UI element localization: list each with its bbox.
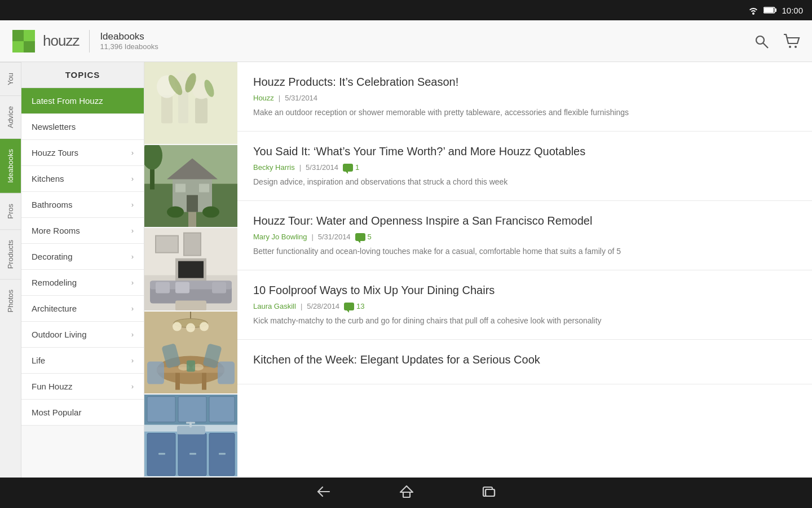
svg-rect-72 xyxy=(189,453,196,454)
sidebar-item-decorating[interactable]: Decorating › xyxy=(21,244,144,270)
comment-icon-3 xyxy=(355,233,365,241)
article-meta-3: Mary Jo Bowling | 5/31/2014 5 xyxy=(253,233,789,241)
search-icon[interactable] xyxy=(753,33,769,49)
sidebar-item-kitchens[interactable]: Kitchens › xyxy=(21,166,144,192)
cart-icon[interactable] xyxy=(783,33,801,49)
app-header: houzz Ideabooks 11,396 Ideabooks xyxy=(0,20,812,62)
article-comments-2: 1 xyxy=(343,163,359,172)
back-button[interactable] xyxy=(316,485,332,500)
meta-sep-4: | xyxy=(301,302,302,310)
sidebar-item-label-kitchens: Kitchens xyxy=(32,174,131,183)
svg-rect-35 xyxy=(156,236,178,253)
houzz-logo-icon xyxy=(11,29,36,54)
recent-apps-button[interactable] xyxy=(482,485,496,500)
svg-point-31 xyxy=(167,207,184,218)
article-desc-4: Kick matchy-matchy to the curb and go fo… xyxy=(253,315,789,327)
article-meta-4: Laura Gaskill | 5/28/2014 13 xyxy=(253,302,789,310)
sidebar-item-fun-houzz[interactable]: Fun Houzz › xyxy=(21,374,144,400)
article-item-1[interactable]: Houzz Products: It’s Celebration Season!… xyxy=(237,62,812,132)
chevron-icon-houzz-tours: › xyxy=(131,148,134,157)
chevron-icon-life: › xyxy=(131,356,134,365)
sidebar-item-life[interactable]: Life › xyxy=(21,348,144,374)
chevron-icon-more-rooms: › xyxy=(131,226,134,235)
thumbnail-5 xyxy=(144,395,237,478)
article-author-3: Mary Jo Bowling xyxy=(253,233,307,241)
comment-icon-4 xyxy=(344,303,354,310)
article-date-1: 5/31/2014 xyxy=(285,94,317,102)
sidebar-tab-photos[interactable]: Photos xyxy=(0,279,21,322)
article-thumbnails xyxy=(144,62,237,478)
chevron-icon-kitchens: › xyxy=(131,174,134,183)
sidebar-item-label-most-popular: Most Popular xyxy=(32,408,134,417)
chevron-icon-decorating: › xyxy=(131,252,134,261)
svg-rect-64 xyxy=(147,396,175,422)
sidebar: TOPICS Latest From Houzz Newsletters Hou… xyxy=(21,62,144,478)
sidebar-item-label-architecture: Architecture xyxy=(32,304,131,313)
svg-rect-2 xyxy=(775,8,777,12)
header-divider xyxy=(89,30,90,52)
side-tabs: You Advice Ideabooks Pros Products Photo… xyxy=(0,62,21,478)
sidebar-item-houzz-tours[interactable]: Houzz Tours › xyxy=(21,140,144,166)
article-author-4: Laura Gaskill xyxy=(253,302,296,310)
battery-icon xyxy=(764,6,777,14)
article-meta-1: Houzz | 5/31/2014 xyxy=(253,94,789,102)
sidebar-tab-products[interactable]: Products xyxy=(0,229,21,279)
sidebar-tab-ideabooks[interactable]: Ideabooks xyxy=(0,138,21,193)
home-button[interactable] xyxy=(399,484,414,501)
sidebar-item-outdoor-living[interactable]: Outdoor Living › xyxy=(21,322,144,348)
thumbnail-1 xyxy=(144,62,237,145)
svg-rect-79 xyxy=(403,492,410,497)
main-layout: You Advice Ideabooks Pros Products Photo… xyxy=(0,62,812,478)
status-time: 10:00 xyxy=(782,6,803,15)
svg-rect-36 xyxy=(184,233,201,256)
sidebar-item-bathrooms[interactable]: Bathrooms › xyxy=(21,192,144,218)
article-item-2[interactable]: You Said It: ‘What’s Your Time Worth?’ a… xyxy=(237,132,812,201)
houzz-logo-text: houzz xyxy=(43,32,79,50)
article-title-4: 10 Foolproof Ways to Mix Up Your Dining … xyxy=(253,283,789,297)
logo: houzz xyxy=(11,29,79,54)
svg-point-49 xyxy=(186,323,195,332)
chevron-icon-fun-houzz: › xyxy=(131,382,134,391)
wifi-icon xyxy=(748,6,759,15)
sidebar-item-architecture[interactable]: Architecture › xyxy=(21,296,144,322)
svg-point-48 xyxy=(173,322,182,331)
sidebar-topics-title: TOPICS xyxy=(65,70,100,80)
svg-rect-6 xyxy=(24,41,35,52)
thumbnail-2 xyxy=(144,145,237,228)
svg-rect-27 xyxy=(187,195,198,212)
svg-rect-76 xyxy=(186,422,195,423)
article-date-2: 5/31/2014 xyxy=(306,163,338,172)
sidebar-item-label-fun-houzz: Fun Houzz xyxy=(32,382,131,391)
sidebar-item-more-rooms[interactable]: More Rooms › xyxy=(21,218,144,244)
article-item-5[interactable]: Kitchen of the Week: Elegant Updates for… xyxy=(237,340,812,384)
sidebar-header: TOPICS xyxy=(21,62,144,88)
article-title-5: Kitchen of the Week: Elegant Updates for… xyxy=(253,352,789,367)
article-item-4[interactable]: 10 Foolproof Ways to Mix Up Your Dining … xyxy=(237,270,812,340)
article-date-4: 5/28/2014 xyxy=(307,302,339,310)
sidebar-tab-you[interactable]: You xyxy=(0,62,21,95)
sidebar-tab-advice[interactable]: Advice xyxy=(0,95,21,138)
article-desc-3: Better functionality and ocean-loving to… xyxy=(253,246,789,257)
article-list: Houzz Products: It’s Celebration Season!… xyxy=(237,62,812,478)
sidebar-tab-pros[interactable]: Pros xyxy=(0,193,21,229)
svg-rect-55 xyxy=(147,361,164,384)
svg-rect-41 xyxy=(156,282,170,294)
sidebar-item-latest[interactable]: Latest From Houzz xyxy=(21,88,144,114)
sidebar-item-most-popular[interactable]: Most Popular xyxy=(21,400,144,426)
comment-count-2: 1 xyxy=(355,163,359,172)
article-author-1: Houzz xyxy=(253,94,274,102)
svg-rect-1 xyxy=(764,8,774,12)
svg-rect-12 xyxy=(161,95,173,124)
svg-rect-3 xyxy=(12,30,24,41)
article-comments-4: 13 xyxy=(344,302,364,310)
sidebar-item-newsletters[interactable]: Newsletters xyxy=(21,114,144,140)
article-item-3[interactable]: Houzz Tour: Water and Openness Inspire a… xyxy=(237,201,812,270)
svg-rect-44 xyxy=(175,301,206,310)
article-comments-3: 5 xyxy=(355,233,372,241)
sidebar-item-remodeling[interactable]: Remodeling › xyxy=(21,270,144,296)
svg-rect-61 xyxy=(187,360,195,371)
svg-rect-56 xyxy=(218,361,235,384)
chevron-icon-remodeling: › xyxy=(131,278,134,287)
svg-rect-5 xyxy=(12,41,24,52)
sidebar-item-label-more-rooms: More Rooms xyxy=(32,226,131,235)
